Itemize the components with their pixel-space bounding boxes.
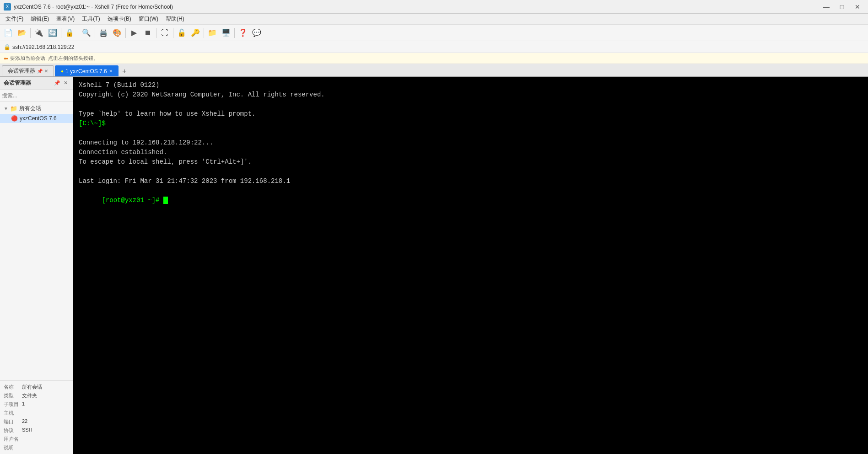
toolbar-print-btn[interactable]: 🖨️ [97,27,110,39]
tree-all-sessions-label: 所有会话 [19,105,41,112]
prop-children: 子项目 1 [0,400,73,409]
menu-view[interactable]: 查看(V) [53,14,78,24]
toolbar-fullscreen-btn[interactable]: ⛶ [158,27,171,39]
prop-protocol-value: SSH [22,427,32,434]
toolbar-scroll-btn[interactable]: 🔒 [63,27,76,39]
toolbar-sep7 [173,28,173,38]
window-controls[interactable]: — □ ✕ [819,2,864,11]
prop-name: 名称 所有会话 [0,383,73,391]
terminal-cursor [163,197,168,204]
toolbar-play-btn[interactable]: ▶ [128,27,140,39]
tree-item-session[interactable]: 🔴 yxzCentOS 7.6 [0,114,73,123]
terminal-line7: Connecting to 192.168.218.129:22... [79,138,863,148]
terminal-line1: Xshell 7 (Build 0122) [79,80,863,90]
toolbar-sep8 [204,28,204,38]
toolbar-reconnect-btn[interactable]: 🔄 [46,27,59,39]
prop-port: 端口 22 [0,417,73,426]
prop-username-key: 用户名 [4,436,20,443]
toolbar-find-btn[interactable]: 🔍 [80,27,93,39]
toolbar-sep4 [95,28,95,38]
terminal[interactable]: Xshell 7 (Build 0122) Copyright (c) 2020… [73,77,868,454]
sidebar-pin-btn[interactable]: 📌 [54,80,61,87]
notif-icon: ⬅ [4,55,8,62]
prop-port-value: 22 [22,418,27,425]
tab-active-close[interactable]: ✕ [109,69,113,74]
tab-active-label: 1 yxzCentOS 7.6 [65,68,107,75]
sidebar: 会话管理器 📌 ✕ ▼ 📁 所有会话 🔴 yxzCentOS 7.6 名称 [0,77,73,454]
address-lock-icon: 🔒 [4,44,11,50]
prop-username: 用户名 [0,435,73,443]
sidebar-search[interactable] [0,90,73,101]
toolbar-sep6 [156,28,156,38]
toolbar-sep2 [61,28,61,38]
terminal-line9: To escape to local shell, press 'Ctrl+Al… [79,157,863,167]
terminal-line10 [79,167,863,176]
tab-session-manager-close[interactable]: ✕ [44,69,48,74]
tree-session-label: yxzCentOS 7.6 [20,115,57,122]
menu-bar: 文件(F) 编辑(E) 查看(V) 工具(T) 选项卡(B) 窗口(W) 帮助(… [0,14,868,25]
toolbar-connect-btn[interactable]: 🔌 [32,27,45,39]
terminal-line6 [79,128,863,138]
prop-protocol-key: 协议 [4,427,20,434]
toolbar-stop-btn[interactable]: ⏹ [141,27,154,39]
toolbar-chat-btn[interactable]: 💬 [250,27,263,39]
toolbar-new-btn[interactable]: 📄 [2,27,15,39]
sidebar-search-input[interactable] [2,92,71,99]
app-icon: X [4,3,11,11]
main-area: 会话管理器 📌 ✕ ▼ 📁 所有会话 🔴 yxzCentOS 7.6 名称 [0,77,868,454]
menu-edit[interactable]: 编辑(E) [27,14,53,24]
toolbar-monitor-btn[interactable]: 🖥️ [220,27,232,39]
toolbar-folder-btn[interactable]: 📁 [206,27,219,39]
terminal-line3 [79,100,863,109]
prop-name-key: 名称 [4,384,20,390]
title-bar-left: X yxzCentOS 7.6 - root@yxz01:~ - Xshell … [4,3,173,11]
prop-host: 主机 [0,409,73,417]
sidebar-header: 会话管理器 📌 ✕ [0,77,73,90]
menu-file[interactable]: 文件(F) [2,14,27,24]
minimize-button[interactable]: — [819,2,833,11]
toolbar-color-btn[interactable]: 🎨 [111,27,124,39]
prop-description: 说明 [0,443,73,452]
sidebar-close-btn[interactable]: ✕ [62,80,69,87]
toolbar-sep3 [78,28,78,38]
tree-expand-icon: ▼ [4,106,8,111]
sidebar-title: 会话管理器 [4,79,31,87]
sidebar-controls[interactable]: 📌 ✕ [54,80,69,87]
menu-help[interactable]: 帮助(H) [162,14,188,24]
toolbar-open-btn[interactable]: 📂 [16,27,28,39]
terminal-line2: Copyright (c) 2020 NetSarang Computer, I… [79,90,863,100]
tab-add-button[interactable]: + [119,66,129,76]
terminal-line8: Connection established. [79,148,863,157]
title-bar: X yxzCentOS 7.6 - root@yxz01:~ - Xshell … [0,0,868,14]
close-button[interactable]: ✕ [851,2,864,11]
menu-tools[interactable]: 工具(T) [78,14,103,24]
prop-type: 类型 文件夹 [0,391,73,400]
toolbar-sep9 [234,28,235,38]
menu-window[interactable]: 窗口(W) [135,14,162,24]
address-text: ssh://192.168.218.129:22 [12,44,74,50]
terminal-line11: Last login: Fri Mar 31 21:47:32 2023 fro… [79,176,863,186]
window-title: yxzCentOS 7.6 - root@yxz01:~ - Xshell 7 … [14,4,173,10]
tab-active-session[interactable]: ● 1 yxzCentOS 7.6 ✕ [55,65,119,76]
toolbar-lock-btn[interactable]: 🔓 [175,27,188,39]
notification-bar: ⬅ 要添加当前会话, 点击左侧的箭头按钮。 [0,53,868,64]
prop-description-key: 说明 [4,444,20,451]
tab-session-manager[interactable]: 会话管理器 📌 ✕ [2,65,54,76]
tab-pin-icon: 📌 [37,69,43,74]
toolbar: 📄 📂 🔌 🔄 🔒 🔍 🖨️ 🎨 ▶ ⏹ ⛶ 🔓 🔑 📁 🖥️ ❓ 💬 [0,25,868,41]
prop-type-value: 文件夹 [22,392,37,399]
toolbar-sep5 [125,28,126,38]
toolbar-key-btn[interactable]: 🔑 [189,27,202,39]
terminal-prompt: [root@yxz01 ~]# [102,197,163,204]
prop-protocol: 协议 SSH [0,426,73,435]
menu-tab[interactable]: 选项卡(B) [104,14,135,24]
folder-icon: 📁 [10,105,17,112]
maximize-button[interactable]: □ [835,2,849,11]
terminal-line5: [C:\~]$ [79,119,863,128]
prop-children-key: 子项目 [4,401,20,408]
terminal-prompt-line: [root@yxz01 ~]# [79,186,863,215]
toolbar-help-btn[interactable]: ❓ [237,27,249,39]
terminal-line4: Type `help' to learn how to use Xshell p… [79,109,863,119]
prop-children-value: 1 [22,401,25,408]
tree-item-all-sessions[interactable]: ▼ 📁 所有会话 [0,103,73,114]
